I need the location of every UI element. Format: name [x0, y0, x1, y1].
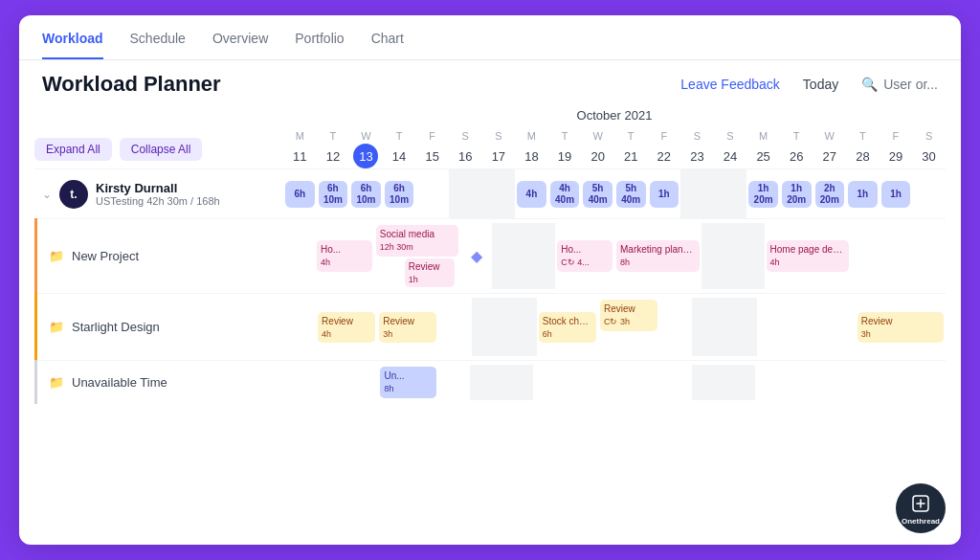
day-letter: S [495, 130, 501, 142]
project-left-starlight: 📁 Starlight Design [37, 294, 283, 360]
person-cell: 4h40m [548, 169, 582, 218]
day-letter: S [462, 130, 469, 142]
hour-badge: 6h10m [385, 181, 414, 208]
person-cell: 1h [846, 169, 880, 218]
col-header-row: Expand All Collapse All M11T12W13T14F15S… [34, 130, 946, 168]
day-num: 19 [552, 144, 577, 168]
user-label: User or... [883, 77, 938, 92]
day-num: 30 [917, 144, 942, 168]
day-col-12: T12 [317, 130, 350, 168]
day-letter: T [396, 130, 403, 142]
leave-feedback-button[interactable]: Leave Feedback [680, 77, 780, 92]
today-button[interactable]: Today [795, 73, 846, 96]
day-num: 11 [287, 144, 312, 168]
nav-bar: Workload Schedule Overview Portfolio Cha… [19, 15, 961, 60]
day-col-22: F22 [648, 130, 681, 168]
person-cell [714, 169, 747, 218]
person-cell: 1h20m [780, 169, 813, 218]
hour-badge: 4h [517, 181, 546, 208]
project-row-starlight: 📁 Starlight Design Review4h Review3h [37, 293, 946, 360]
day-col-25: M25 [746, 130, 780, 168]
day-letter: F [893, 130, 900, 142]
day-col-11: M11 [283, 130, 317, 168]
day-col-29: F29 [880, 130, 913, 168]
day-num: 17 [486, 144, 511, 168]
day-num: 21 [618, 144, 643, 168]
day-letter: T [628, 130, 635, 142]
day-col-24: S24 [714, 130, 747, 168]
left-controls: Expand All Collapse All [34, 138, 283, 161]
day-num: 23 [684, 144, 709, 168]
day-num: 27 [817, 144, 842, 168]
nav-item-chart[interactable]: Chart [371, 15, 404, 59]
day-col-28: T28 [846, 130, 880, 168]
nav-item-portfolio[interactable]: Portfolio [295, 15, 344, 59]
person-cells: 6h6h10m6h10m6h10m4h4h40m5h40m5h40m1h1h20… [283, 169, 946, 218]
page-title: Workload Planner [42, 72, 665, 97]
day-col-19: T19 [548, 130, 582, 168]
day-letter: M [527, 130, 536, 142]
project-left-unavailable: 📁 Unavailable Time [37, 361, 283, 404]
project-row-new: 📁 New Project Ho...4h [37, 218, 946, 293]
day-col-30: S30 [912, 130, 946, 168]
project-name-unavailable: Unavailable Time [72, 375, 167, 390]
expand-all-button[interactable]: Expand All [34, 138, 112, 161]
day-col-16: S16 [449, 130, 482, 168]
main-content: October 2021 Expand All Collapse All M11… [19, 108, 961, 545]
day-letter: T [562, 130, 568, 142]
project-name-starlight: Starlight Design [72, 320, 160, 334]
project-section-new: 📁 New Project Ho...4h [34, 218, 946, 293]
day-num: 15 [420, 144, 445, 168]
folder-icon: 📁 [49, 249, 64, 263]
person-info: Kirsty Durnall USTesting 42h 30m / 168h [96, 181, 220, 207]
day-num: 28 [850, 144, 875, 168]
hour-badge: 1h [848, 181, 878, 208]
person-cell: 5h40m [581, 169, 614, 218]
nav-item-workload[interactable]: Workload [42, 15, 103, 59]
project-cells-starlight: Review4h Review3h Stock check [283, 294, 946, 360]
onethread-logo: Onethread [896, 483, 946, 533]
person-cell: 6h10m [383, 169, 416, 218]
day-num: 25 [751, 144, 776, 168]
collapse-all-button[interactable]: Collapse All [120, 138, 203, 161]
day-col-26: T26 [780, 130, 813, 168]
day-col-23: S23 [680, 130, 714, 168]
search-icon: 🔍 [861, 77, 878, 92]
person-sub: USTesting 42h 30m / 168h [96, 195, 220, 207]
chevron-icon[interactable]: ⌄ [42, 188, 52, 201]
day-letter: T [859, 130, 866, 142]
days-header: M11T12W13T14F15S16S17M18T19W20T21F22S23S… [283, 130, 946, 168]
project-name-new: New Project [72, 249, 139, 263]
day-letter: M [759, 130, 768, 142]
day-col-14: T14 [383, 130, 416, 168]
person-cell: 1h [880, 169, 913, 218]
day-col-17: S17 [482, 130, 516, 168]
folder-icon-starlight: 📁 [49, 320, 64, 334]
day-letter: F [660, 130, 667, 142]
person-cell: 5h40m [614, 169, 648, 218]
day-num: 12 [321, 144, 345, 168]
day-col-20: W20 [581, 130, 614, 168]
day-num: 24 [718, 144, 743, 168]
person-cell: 4h [515, 169, 548, 218]
nav-item-schedule[interactable]: Schedule [130, 15, 186, 59]
hour-badge: 6h [285, 181, 315, 208]
project-row-unavailable: 📁 Unavailable Time Un...8h [37, 360, 946, 404]
hour-badge: 5h40m [583, 181, 612, 208]
person-cell [680, 169, 714, 218]
project-cells-new: Ho...4h Social media12h 30m Review1h [283, 219, 946, 293]
onethread-label: Onethread [902, 517, 940, 526]
person-cell: 6h [283, 169, 317, 218]
avatar: t. [59, 180, 88, 209]
person-cell: 1h [648, 169, 681, 218]
person-cell: 2h20m [813, 169, 847, 218]
person-cell: 6h10m [349, 169, 383, 218]
day-num: 14 [387, 144, 412, 168]
user-search[interactable]: 🔍 User or... [861, 77, 938, 92]
person-name: Kirsty Durnall [96, 181, 220, 195]
hour-badge: 1h [650, 181, 679, 208]
month-label: October 2021 [34, 108, 946, 123]
nav-item-overview[interactable]: Overview [212, 15, 268, 59]
day-num: 26 [784, 144, 809, 168]
hour-badge: 2h20m [815, 181, 845, 208]
